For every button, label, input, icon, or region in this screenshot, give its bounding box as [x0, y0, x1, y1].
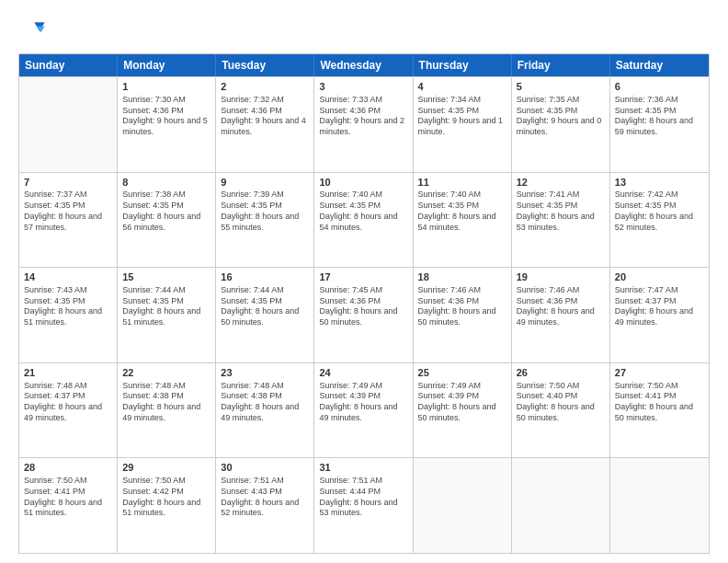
day-number: 12	[517, 176, 605, 190]
calendar-cell: 14Sunrise: 7:43 AMSunset: 4:35 PMDayligh…	[19, 268, 118, 362]
calendar-cell: 11Sunrise: 7:40 AMSunset: 4:35 PMDayligh…	[414, 173, 512, 268]
cell-info: Sunrise: 7:40 AMSunset: 4:35 PMDaylight:…	[319, 190, 407, 233]
cell-info: Sunrise: 7:48 AMSunset: 4:37 PMDaylight:…	[24, 381, 112, 424]
day-number: 31	[319, 461, 407, 475]
header-day-friday: Friday	[512, 54, 610, 76]
header-day-thursday: Thursday	[414, 54, 512, 76]
cell-info: Sunrise: 7:51 AMSunset: 4:43 PMDaylight:…	[221, 476, 309, 519]
calendar-row-4: 21Sunrise: 7:48 AMSunset: 4:37 PMDayligh…	[19, 362, 709, 458]
cell-info: Sunrise: 7:50 AMSunset: 4:40 PMDaylight:…	[517, 381, 605, 424]
logo-icon	[20, 17, 46, 42]
cell-info: Sunrise: 7:41 AMSunset: 4:35 PMDaylight:…	[517, 190, 605, 233]
cell-info: Sunrise: 7:50 AMSunset: 4:41 PMDaylight:…	[615, 381, 704, 424]
cell-info: Sunrise: 7:50 AMSunset: 4:41 PMDaylight:…	[24, 476, 112, 519]
calendar-cell: 26Sunrise: 7:50 AMSunset: 4:40 PMDayligh…	[512, 363, 610, 458]
day-number: 30	[221, 461, 309, 475]
calendar-cell: 24Sunrise: 7:49 AMSunset: 4:39 PMDayligh…	[314, 363, 413, 458]
header-day-wednesday: Wednesday	[314, 54, 413, 76]
cell-info: Sunrise: 7:39 AMSunset: 4:35 PMDaylight:…	[221, 190, 309, 233]
cell-info: Sunrise: 7:42 AMSunset: 4:35 PMDaylight:…	[615, 190, 704, 233]
calendar-cell: 23Sunrise: 7:48 AMSunset: 4:38 PMDayligh…	[216, 363, 314, 458]
calendar-cell: 17Sunrise: 7:45 AMSunset: 4:36 PMDayligh…	[314, 268, 413, 362]
calendar-cell: 12Sunrise: 7:41 AMSunset: 4:35 PMDayligh…	[512, 173, 610, 268]
cell-info: Sunrise: 7:46 AMSunset: 4:36 PMDaylight:…	[418, 285, 506, 328]
calendar-row-2: 7Sunrise: 7:37 AMSunset: 4:35 PMDaylight…	[19, 172, 709, 268]
cell-info: Sunrise: 7:38 AMSunset: 4:35 PMDaylight:…	[122, 190, 210, 233]
calendar-cell: 9Sunrise: 7:39 AMSunset: 4:35 PMDaylight…	[216, 173, 314, 268]
day-number: 4	[418, 80, 506, 94]
calendar-cell: 25Sunrise: 7:49 AMSunset: 4:39 PMDayligh…	[414, 363, 512, 458]
day-number: 22	[122, 366, 210, 380]
calendar-cell: 10Sunrise: 7:40 AMSunset: 4:35 PMDayligh…	[314, 173, 413, 268]
calendar-cell	[610, 458, 709, 553]
header-day-tuesday: Tuesday	[216, 54, 314, 76]
day-number: 14	[24, 270, 112, 284]
calendar-cell: 5Sunrise: 7:35 AMSunset: 4:35 PMDaylight…	[512, 77, 610, 172]
day-number: 19	[517, 270, 605, 284]
calendar-cell: 7Sunrise: 7:37 AMSunset: 4:35 PMDaylight…	[19, 173, 118, 268]
day-number: 20	[615, 270, 704, 284]
cell-info: Sunrise: 7:40 AMSunset: 4:35 PMDaylight:…	[418, 190, 506, 233]
cell-info: Sunrise: 7:50 AMSunset: 4:42 PMDaylight:…	[122, 476, 210, 519]
calendar-cell	[414, 458, 512, 553]
day-number: 9	[221, 176, 309, 190]
calendar-cell: 27Sunrise: 7:50 AMSunset: 4:41 PMDayligh…	[610, 363, 709, 458]
cell-info: Sunrise: 7:45 AMSunset: 4:36 PMDaylight:…	[319, 285, 407, 328]
day-number: 26	[517, 366, 605, 380]
calendar-row-5: 28Sunrise: 7:50 AMSunset: 4:41 PMDayligh…	[19, 457, 709, 553]
cell-info: Sunrise: 7:43 AMSunset: 4:35 PMDaylight:…	[24, 285, 112, 328]
day-number: 13	[615, 176, 704, 190]
cell-info: Sunrise: 7:49 AMSunset: 4:39 PMDaylight:…	[418, 381, 506, 424]
day-number: 27	[615, 366, 704, 380]
day-number: 2	[221, 80, 309, 94]
header-day-saturday: Saturday	[610, 54, 709, 76]
svg-marker-1	[37, 27, 44, 33]
cell-info: Sunrise: 7:51 AMSunset: 4:44 PMDaylight:…	[319, 476, 407, 519]
cell-info: Sunrise: 7:36 AMSunset: 4:35 PMDaylight:…	[615, 95, 704, 138]
calendar-cell: 13Sunrise: 7:42 AMSunset: 4:35 PMDayligh…	[610, 173, 709, 268]
calendar-cell	[19, 77, 118, 172]
calendar-cell: 28Sunrise: 7:50 AMSunset: 4:41 PMDayligh…	[19, 458, 118, 553]
calendar-cell: 6Sunrise: 7:36 AMSunset: 4:35 PMDaylight…	[610, 77, 709, 172]
calendar-cell: 31Sunrise: 7:51 AMSunset: 4:44 PMDayligh…	[314, 458, 413, 553]
day-number: 28	[24, 461, 112, 475]
cell-info: Sunrise: 7:33 AMSunset: 4:36 PMDaylight:…	[319, 95, 407, 138]
header	[18, 17, 710, 46]
calendar-cell: 3Sunrise: 7:33 AMSunset: 4:36 PMDaylight…	[314, 77, 413, 172]
calendar-row-3: 14Sunrise: 7:43 AMSunset: 4:35 PMDayligh…	[19, 267, 709, 362]
cell-info: Sunrise: 7:37 AMSunset: 4:35 PMDaylight:…	[24, 190, 112, 233]
day-number: 10	[319, 176, 407, 190]
page: SundayMondayTuesdayWednesdayThursdayFrid…	[0, 0, 728, 563]
day-number: 23	[221, 366, 309, 380]
calendar-cell: 19Sunrise: 7:46 AMSunset: 4:36 PMDayligh…	[512, 268, 610, 362]
day-number: 1	[122, 80, 210, 94]
cell-info: Sunrise: 7:34 AMSunset: 4:35 PMDaylight:…	[418, 95, 506, 138]
calendar-cell: 4Sunrise: 7:34 AMSunset: 4:35 PMDaylight…	[414, 77, 512, 172]
day-number: 24	[319, 366, 407, 380]
day-number: 17	[319, 270, 407, 284]
day-number: 3	[319, 80, 407, 94]
calendar-cell: 8Sunrise: 7:38 AMSunset: 4:35 PMDaylight…	[118, 173, 216, 268]
cell-info: Sunrise: 7:49 AMSunset: 4:39 PMDaylight:…	[319, 381, 407, 424]
cell-info: Sunrise: 7:47 AMSunset: 4:37 PMDaylight:…	[615, 285, 704, 328]
header-day-monday: Monday	[118, 54, 216, 76]
day-number: 8	[122, 176, 210, 190]
day-number: 16	[221, 270, 309, 284]
cell-info: Sunrise: 7:30 AMSunset: 4:36 PMDaylight:…	[122, 95, 210, 138]
calendar-cell: 16Sunrise: 7:44 AMSunset: 4:35 PMDayligh…	[216, 268, 314, 362]
day-number: 21	[24, 366, 112, 380]
calendar-cell: 20Sunrise: 7:47 AMSunset: 4:37 PMDayligh…	[610, 268, 709, 362]
calendar-body: 1Sunrise: 7:30 AMSunset: 4:36 PMDaylight…	[19, 76, 709, 553]
day-number: 25	[418, 366, 506, 380]
day-number: 7	[24, 176, 112, 190]
calendar-cell	[512, 458, 610, 553]
calendar-cell: 15Sunrise: 7:44 AMSunset: 4:35 PMDayligh…	[118, 268, 216, 362]
calendar-cell: 18Sunrise: 7:46 AMSunset: 4:36 PMDayligh…	[414, 268, 512, 362]
cell-info: Sunrise: 7:35 AMSunset: 4:35 PMDaylight:…	[517, 95, 605, 138]
calendar-cell: 22Sunrise: 7:48 AMSunset: 4:38 PMDayligh…	[118, 363, 216, 458]
calendar-cell: 1Sunrise: 7:30 AMSunset: 4:36 PMDaylight…	[118, 77, 216, 172]
day-number: 29	[122, 461, 210, 475]
calendar-cell: 21Sunrise: 7:48 AMSunset: 4:37 PMDayligh…	[19, 363, 118, 458]
calendar-cell: 30Sunrise: 7:51 AMSunset: 4:43 PMDayligh…	[216, 458, 314, 553]
header-day-sunday: Sunday	[19, 54, 118, 76]
